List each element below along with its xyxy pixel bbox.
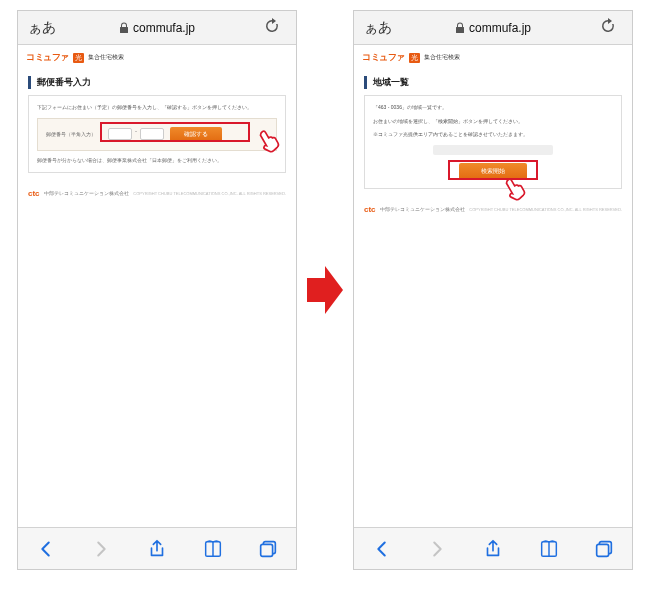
brand-badge: 光	[73, 53, 84, 63]
forward-button[interactable]	[426, 538, 448, 560]
brand-header: コミュファ 光 集合住宅検索	[18, 45, 296, 68]
zip-hint: 郵便番号が分からない場合は、郵便事業株式会社「日本郵便」をご利用ください。	[37, 157, 277, 164]
browser-toolbar	[18, 527, 296, 569]
commufa-logo: コミュファ	[26, 51, 69, 64]
share-button[interactable]	[146, 538, 168, 560]
page-content-right: コミュファ 光 集合住宅検索 地域一覧 「463 - 0036」の地域一覧です。…	[354, 45, 632, 527]
brand-badge: 光	[409, 53, 420, 63]
back-button[interactable]	[35, 538, 57, 560]
lead-text-r2: お住まいの地域を選択し、「検索開始」ボタンを押してください。	[373, 118, 613, 126]
reader-button[interactable]: ぁあ	[360, 19, 396, 37]
svg-rect-1	[261, 544, 273, 556]
brand-subtitle: 集合住宅検索	[424, 53, 460, 62]
company-name: 中部テレコミュニケーション株式会社	[380, 206, 465, 212]
lead-text-left: 下記フォームにお住まい（予定）の郵便番号を入力し、「確認する」ボタンを押してくだ…	[37, 104, 277, 112]
url-display[interactable]: commufa.jp	[396, 21, 590, 35]
tabs-button[interactable]	[257, 538, 279, 560]
copyright: COPYRIGHT CHUBU TELECOMMUNICATIONS CO.,I…	[133, 191, 286, 196]
brand-header: コミュファ 光 集合住宅検索	[354, 45, 632, 68]
lock-icon	[119, 22, 129, 34]
lead-text-r3: ※コミュファ光提供エリア内であることを確認させていただきます。	[373, 131, 613, 139]
confirm-button[interactable]: 確認する	[170, 127, 222, 142]
reload-button[interactable]	[254, 18, 290, 37]
zip-input-row: 郵便番号（半角入力） - 確認する	[37, 118, 277, 151]
url-display[interactable]: commufa.jp	[60, 21, 254, 35]
domain-text: commufa.jp	[133, 21, 195, 35]
browser-url-bar: ぁあ commufa.jp	[18, 11, 296, 45]
phone-right: ぁあ commufa.jp コミュファ 光 集合住宅検索 地域一覧	[353, 10, 633, 570]
reader-button[interactable]: ぁあ	[24, 19, 60, 37]
step-arrow	[305, 260, 345, 320]
ctc-logo: ctc	[28, 189, 40, 198]
lock-icon	[455, 22, 465, 34]
zip-label: 郵便番号（半角入力）	[46, 131, 102, 137]
pointer-hand-right	[499, 172, 533, 206]
commufa-logo: コミュファ	[362, 51, 405, 64]
copyright: COPYRIGHT CHUBU TELECOMMUNICATIONS CO.,I…	[469, 207, 622, 212]
lead-text-r1: 「463 - 0036」の地域一覧です。	[373, 104, 613, 112]
browser-toolbar	[354, 527, 632, 569]
zip-dash: -	[135, 128, 137, 140]
bookmarks-button[interactable]	[538, 538, 560, 560]
card-right: 「463 - 0036」の地域一覧です。 お住まいの地域を選択し、「検索開始」ボ…	[364, 95, 622, 189]
company-name: 中部テレコミュニケーション株式会社	[44, 190, 129, 196]
page-footer: ctc 中部テレコミュニケーション株式会社 COPYRIGHT CHUBU TE…	[354, 199, 632, 220]
phone-left: ぁあ commufa.jp コミュファ 光 集合住宅検索 郵便番号入力	[17, 10, 297, 570]
zip-input-1[interactable]	[108, 128, 132, 140]
browser-url-bar: ぁあ commufa.jp	[354, 11, 632, 45]
reload-button[interactable]	[590, 18, 626, 37]
brand-subtitle: 集合住宅検索	[88, 53, 124, 62]
back-button[interactable]	[371, 538, 393, 560]
card-left: 下記フォームにお住まい（予定）の郵便番号を入力し、「確認する」ボタンを押してくだ…	[28, 95, 286, 173]
page-content-left: コミュファ 光 集合住宅検索 郵便番号入力 下記フォームにお住まい（予定）の郵便…	[18, 45, 296, 527]
bookmarks-button[interactable]	[202, 538, 224, 560]
address-placeholder	[433, 145, 553, 155]
pointer-hand-left	[253, 124, 287, 158]
svg-rect-3	[597, 544, 609, 556]
forward-button[interactable]	[90, 538, 112, 560]
section-title-right: 地域一覧	[364, 76, 622, 89]
section-title-left: 郵便番号入力	[28, 76, 286, 89]
reload-icon	[600, 18, 616, 34]
ctc-logo: ctc	[364, 205, 376, 214]
reload-icon	[264, 18, 280, 34]
zip-inputs: -	[108, 128, 164, 140]
page-footer: ctc 中部テレコミュニケーション株式会社 COPYRIGHT CHUBU TE…	[18, 183, 296, 204]
tabs-button[interactable]	[593, 538, 615, 560]
share-button[interactable]	[482, 538, 504, 560]
zip-input-2[interactable]	[140, 128, 164, 140]
domain-text: commufa.jp	[469, 21, 531, 35]
